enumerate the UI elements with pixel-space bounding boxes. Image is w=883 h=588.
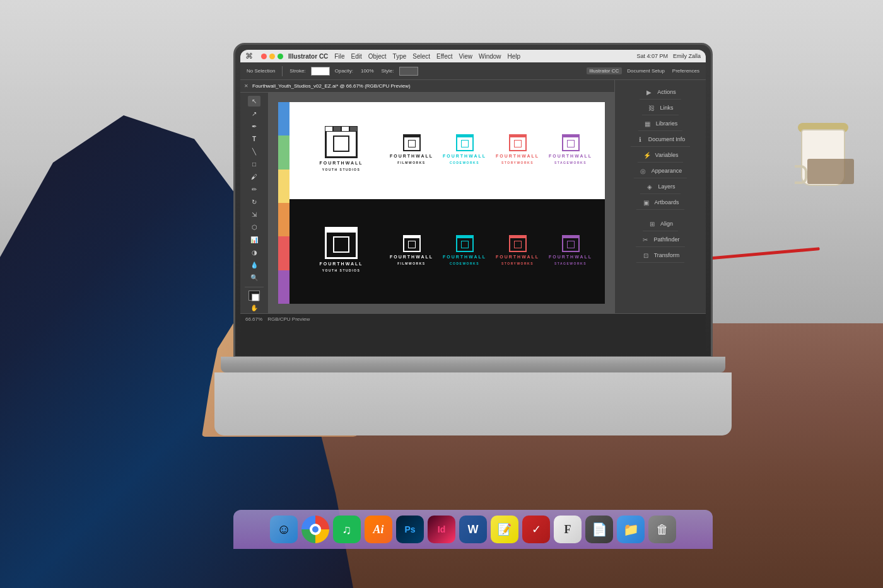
- type-tool[interactable]: T: [248, 134, 260, 144]
- cb-dark-fw-inner: [408, 241, 416, 248]
- cb-code-top: [456, 134, 474, 137]
- notes-icon: 📝: [498, 522, 512, 536]
- cb-dark-stg-top: [562, 235, 580, 238]
- brand-sub-dark-sw: STORYWORKS: [501, 262, 534, 265]
- panel-actions[interactable]: ▶ Actions: [640, 85, 681, 100]
- automation-button[interactable]: Illustrator CC: [587, 67, 623, 74]
- menu-edit[interactable]: Edit: [351, 53, 361, 60]
- dock-wunderlist[interactable]: ✓: [522, 516, 550, 543]
- panel-pathfinder[interactable]: ✂ Pathfinder: [636, 233, 684, 247]
- clapperboard-large-light: [325, 130, 358, 158]
- cb-inner: [333, 135, 349, 152]
- dock-fontbook[interactable]: F: [554, 516, 582, 543]
- dock-illustrator[interactable]: Ai: [365, 516, 392, 543]
- zoom-tool[interactable]: 🔍: [248, 272, 260, 283]
- menu-view[interactable]: View: [459, 53, 472, 60]
- logo-filmworks-dark: FOURTHWALL FILMWORKS: [390, 237, 433, 265]
- appearance-label: Appearance: [652, 168, 682, 174]
- minimize-button[interactable]: [269, 54, 275, 59]
- dock-spotify[interactable]: ♫: [333, 516, 361, 543]
- filename-tab[interactable]: Fourthwall_Youth_Studios_v02_EZ.ai* @ 66…: [252, 83, 411, 89]
- opacity-value: 100%: [358, 67, 376, 75]
- brand-name-sw: FOURTHWALL: [496, 154, 539, 158]
- cb-dark-sw-inner: [514, 241, 522, 248]
- color-purple: [278, 270, 289, 304]
- dock-new-file[interactable]: 📄: [585, 516, 613, 543]
- eyedropper-tool[interactable]: 💧: [248, 260, 260, 270]
- panel-transform[interactable]: ⊡ Transform: [636, 248, 685, 263]
- menu-help[interactable]: Help: [508, 53, 521, 60]
- scale-tool[interactable]: ⇲: [248, 209, 260, 220]
- gradient-tool[interactable]: ◑: [248, 247, 260, 258]
- illustrator-screen: ⌘ Illustrator CC File Edit Object Type: [240, 50, 706, 351]
- close-button[interactable]: [261, 54, 267, 59]
- select-tool[interactable]: ↖: [248, 96, 260, 107]
- pen-tool[interactable]: ✒: [248, 121, 260, 132]
- brand-name-dark-fw: FOURTHWALL: [390, 255, 433, 259]
- rectangle-tool[interactable]: □: [248, 159, 260, 170]
- hand-tool[interactable]: ✋: [248, 303, 260, 313]
- menu-type[interactable]: Type: [393, 53, 407, 60]
- transform-icon: ⊡: [641, 251, 650, 260]
- status-bar: 66.67% RGB/CPU Preview: [240, 314, 706, 325]
- menu-select[interactable]: Select: [412, 53, 430, 60]
- stroke-color-swatch[interactable]: [311, 67, 330, 76]
- rotate-tool[interactable]: ↻: [248, 197, 260, 207]
- color-red: [278, 236, 289, 270]
- links-icon: ⛓: [647, 103, 656, 112]
- panel-docinfo[interactable]: ℹ Document Info: [631, 132, 691, 147]
- panel-layers[interactable]: ◈ Layers: [640, 180, 680, 194]
- brand-name-dark-cw: FOURTHWALL: [443, 255, 486, 259]
- style-swatch[interactable]: [399, 67, 418, 76]
- file-tab[interactable]: ✕: [244, 83, 249, 89]
- logo-stageworks-dark: FOURTHWALL STAGEWORKS: [549, 237, 592, 265]
- preferences-button[interactable]: Preferences: [670, 67, 702, 75]
- direct-select-tool[interactable]: ↗: [248, 108, 260, 119]
- dock-trash[interactable]: 🗑: [648, 516, 676, 543]
- brand-name-dark-stg: FOURTHWALL: [549, 255, 592, 259]
- panel-links[interactable]: ⛓ Links: [642, 101, 678, 115]
- apple-logo-icon: ⌘: [245, 52, 253, 61]
- blend-tool[interactable]: ⬡: [248, 222, 260, 233]
- brand-sub-dark-stg: STAGEWORKS: [554, 262, 587, 265]
- dock-files[interactable]: 📁: [617, 516, 645, 543]
- cb-dark-fw-top: [403, 235, 421, 238]
- files-icon: 📁: [623, 522, 639, 537]
- logo-codeworks-light: FOURTHWALL CODEWORKS: [443, 136, 486, 164]
- panel-align[interactable]: ⊞ Align: [643, 217, 678, 231]
- graph-tool[interactable]: 📊: [248, 234, 260, 245]
- actions-label: Actions: [657, 89, 676, 95]
- dock-word[interactable]: W: [459, 516, 487, 543]
- document-setup-button[interactable]: Document Setup: [624, 67, 667, 75]
- pencil-tool[interactable]: ✏: [248, 184, 260, 195]
- line-tool[interactable]: ╲: [248, 146, 260, 157]
- laptop-keyboard-area: [214, 372, 732, 435]
- panel-variables[interactable]: ⚡ Variables: [638, 148, 684, 163]
- cb-code-icon: [456, 136, 474, 151]
- fill-color-box[interactable]: [249, 291, 260, 301]
- menu-file[interactable]: File: [334, 53, 344, 60]
- panel-artboards[interactable]: ▣ Artboards: [636, 195, 684, 210]
- cb-dark-sw: [509, 237, 527, 252]
- cb-dark-fw: [403, 237, 421, 252]
- cb-dark-stg-inner: [567, 241, 575, 248]
- dock-chrome[interactable]: [301, 516, 329, 543]
- stroke-color-box[interactable]: [252, 294, 259, 301]
- dock-finder[interactable]: ☺: [270, 516, 298, 543]
- cb-code-inner: [461, 140, 469, 147]
- panel-libraries[interactable]: ▦ Libraries: [638, 117, 683, 131]
- panel-appearance[interactable]: ◎ Appearance: [634, 164, 687, 178]
- maximize-button[interactable]: [278, 54, 283, 59]
- logo-codeworks-dark: FOURTHWALL CODEWORKS: [443, 237, 486, 265]
- chrome-inner: [312, 526, 319, 533]
- opacity-label: Opacity:: [332, 67, 356, 75]
- menu-window[interactable]: Window: [479, 53, 501, 60]
- menu-object[interactable]: Object: [368, 53, 387, 60]
- dock-indesign[interactable]: Id: [428, 516, 455, 543]
- paintbrush-tool[interactable]: 🖌: [248, 171, 260, 182]
- menu-effect[interactable]: Effect: [436, 53, 452, 60]
- user-name: Emily Zalla: [673, 53, 701, 59]
- dock-notes[interactable]: 📝: [491, 516, 518, 543]
- traffic-lights[interactable]: [261, 54, 283, 59]
- dock-photoshop[interactable]: Ps: [396, 516, 424, 543]
